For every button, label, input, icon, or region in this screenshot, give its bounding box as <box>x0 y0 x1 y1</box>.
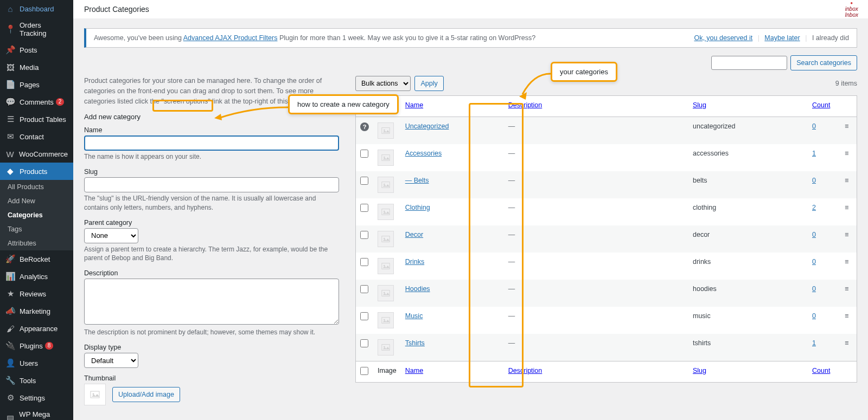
sidebar-item-label: Posts <box>20 46 37 54</box>
sidebar-item-comments[interactable]: 💬Comments2 <box>0 93 73 111</box>
row-checkbox[interactable] <box>360 150 368 158</box>
sidebar-item-label: Marketing <box>20 307 50 315</box>
sidebar-item-users[interactable]: 👤Users <box>0 354 73 372</box>
inbox-indicator[interactable]: ● inbox Inbox <box>845 1 858 18</box>
inbox-sublabel: Inbox <box>845 12 858 18</box>
drag-handle-icon[interactable]: ≡ <box>845 177 848 184</box>
row-checkbox[interactable] <box>360 285 368 293</box>
table-row: Hoodies—hoodies0≡ <box>356 280 857 307</box>
category-name-link[interactable]: Music <box>405 312 423 320</box>
plugin-notice: Awesome, you've been using Advanced AJAX… <box>84 28 857 48</box>
drag-handle-icon[interactable]: ≡ <box>845 204 848 211</box>
sidebar-item-analytics[interactable]: 📊Analytics <box>0 268 73 285</box>
count-link[interactable]: 0 <box>812 285 816 293</box>
sidebar-item-berocket[interactable]: 🚀BeRocket <box>0 250 73 268</box>
name-input[interactable] <box>84 135 339 151</box>
sidebar-item-plugins[interactable]: 🔌Plugins8 <box>0 337 73 354</box>
badge: 8 <box>45 342 54 350</box>
th-slug[interactable]: Slug <box>693 101 706 109</box>
count-link[interactable]: 0 <box>812 312 816 320</box>
tf-desc[interactable]: Description <box>508 367 542 374</box>
select-all-checkbox-foot[interactable] <box>360 367 368 375</box>
sidebar-item-orders-tracking[interactable]: 📍Orders Tracking <box>0 17 73 41</box>
desc-help: The description is not prominent by defa… <box>84 328 339 337</box>
sidebar-item-wp-mega-menu[interactable]: ▤WP Mega Menu <box>0 406 73 420</box>
sidebar-item-label: Media <box>20 63 39 72</box>
submenu-tags[interactable]: Tags <box>0 222 73 236</box>
sidebar-item-pages[interactable]: 📄Pages <box>0 76 73 93</box>
th-name[interactable]: Name <box>405 101 423 109</box>
bulk-actions-select[interactable]: Bulk actions <box>355 76 411 91</box>
sidebar-icon: W <box>5 149 15 159</box>
count-link[interactable]: 0 <box>812 231 816 238</box>
drag-handle-icon[interactable]: ≡ <box>845 312 848 320</box>
sidebar-icon: 📍 <box>5 24 15 34</box>
count-link[interactable]: 2 <box>812 204 816 211</box>
sidebar-item-posts[interactable]: 📌Posts <box>0 41 73 59</box>
slug-input[interactable] <box>84 177 339 192</box>
sidebar-item-products[interactable]: ◆Products <box>0 163 73 180</box>
search-input[interactable] <box>711 56 787 70</box>
submenu-attributes[interactable]: Attributes <box>0 236 73 250</box>
category-name-link[interactable]: Accessories <box>405 150 442 157</box>
search-button[interactable]: Search categories <box>790 55 857 70</box>
category-name-link[interactable]: Clothing <box>405 204 430 211</box>
drag-handle-icon[interactable]: ≡ <box>845 258 848 266</box>
tf-slug[interactable]: Slug <box>693 367 706 374</box>
row-checkbox[interactable] <box>360 339 368 347</box>
sidebar-item-appearance[interactable]: 🖌Appearance <box>0 320 73 337</box>
tf-count[interactable]: Count <box>812 367 830 374</box>
submenu-add-new[interactable]: Add New <box>0 194 73 208</box>
tf-name[interactable]: Name <box>405 367 423 374</box>
category-name-link[interactable]: Drinks <box>405 258 424 266</box>
count-link[interactable]: 1 <box>812 150 816 157</box>
name-help: The name is how it appears on your site. <box>84 152 339 161</box>
sidebar-item-woocommerce[interactable]: WWooCommerce <box>0 145 73 163</box>
sidebar-item-marketing[interactable]: 📣Marketing <box>0 302 73 320</box>
notice-later-link[interactable]: Maybe later <box>764 34 800 42</box>
count-link[interactable]: 0 <box>812 177 816 184</box>
drag-handle-icon[interactable]: ≡ <box>845 285 848 293</box>
sidebar-item-product-tables[interactable]: ☰Product Tables <box>0 111 73 128</box>
sidebar-item-tools[interactable]: 🔧Tools <box>0 372 73 389</box>
upload-image-button[interactable]: Upload/Add image <box>112 387 180 402</box>
display-select[interactable]: Default <box>84 353 138 368</box>
category-name-link[interactable]: Hoodies <box>405 285 430 293</box>
svg-rect-10 <box>382 236 390 242</box>
sidebar-item-dashboard[interactable]: ⌂Dashboard <box>0 0 73 17</box>
sidebar-icon: 📄 <box>5 80 15 89</box>
thumb-placeholder <box>84 384 106 405</box>
row-checkbox[interactable] <box>360 312 368 320</box>
category-name-link[interactable]: — Belts <box>405 177 429 184</box>
bulk-apply-button[interactable]: Apply <box>414 76 443 91</box>
desc-textarea[interactable] <box>84 279 339 325</box>
sidebar-item-media[interactable]: 🖾Media <box>0 59 73 76</box>
help-icon[interactable]: ? <box>360 122 369 131</box>
row-checkbox[interactable] <box>360 231 368 239</box>
count-link[interactable]: 0 <box>812 258 816 266</box>
sidebar-item-settings[interactable]: ⚙Settings <box>0 389 73 406</box>
count-link[interactable]: 0 <box>812 122 816 130</box>
parent-select[interactable]: None <box>84 228 138 243</box>
notice-plugin-link[interactable]: Advanced AJAX Product Filters <box>183 34 278 42</box>
notice-did-text[interactable]: I already did <box>812 34 849 42</box>
row-checkbox[interactable] <box>360 204 368 212</box>
drag-handle-icon[interactable]: ≡ <box>845 122 848 130</box>
submenu-all-products[interactable]: All Products <box>0 180 73 194</box>
sidebar-item-reviews[interactable]: ★Reviews <box>0 285 73 302</box>
drag-handle-icon[interactable]: ≡ <box>845 150 848 157</box>
sidebar-icon: 👤 <box>5 358 15 368</box>
category-name-link[interactable]: Tshirts <box>405 339 425 347</box>
drag-handle-icon[interactable]: ≡ <box>845 339 848 347</box>
row-checkbox[interactable] <box>360 177 368 185</box>
th-count[interactable]: Count <box>812 101 830 109</box>
count-link[interactable]: 1 <box>812 339 816 347</box>
sidebar-item-contact[interactable]: ✉Contact <box>0 128 73 145</box>
row-checkbox[interactable] <box>360 258 368 266</box>
badge: 2 <box>56 98 65 106</box>
drag-handle-icon[interactable]: ≡ <box>845 231 848 238</box>
notice-ok-link[interactable]: Ok, you deserved it <box>694 34 752 42</box>
submenu-categories[interactable]: Categories <box>0 208 73 222</box>
category-name-link[interactable]: Decor <box>405 231 423 238</box>
category-name-link[interactable]: Uncategorized <box>405 122 449 130</box>
